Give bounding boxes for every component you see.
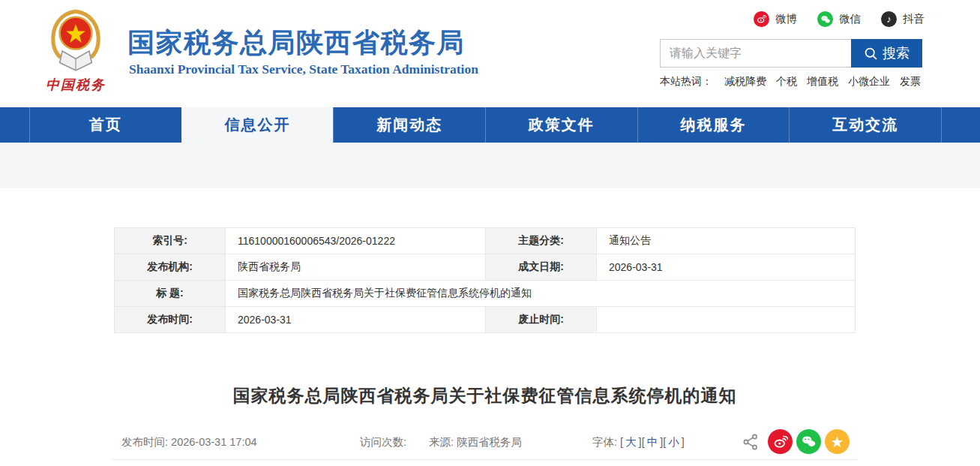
bracket: ] (682, 436, 685, 448)
content-divider (112, 459, 857, 460)
weibo-icon (773, 434, 788, 449)
meta-source-value: 陕西省税务局 (457, 436, 522, 448)
font-size-label: 字体: (592, 436, 617, 448)
weibo-icon (754, 11, 769, 27)
article-meta: 发布时间: 2026-03-31 17:04 访问次数: 来源: 陕西省税务局 … (28, 428, 942, 455)
doc-title-label: 标 题: (115, 281, 226, 307)
meta-publish-time: 发布时间: 2026-03-31 17:04 (121, 428, 257, 455)
search-icon (864, 47, 878, 61)
share-strip: ★ (742, 429, 850, 454)
meta-publish-value: 2026-03-31 17:04 (171, 436, 257, 448)
social-links: 微博 微信 ♪ 抖音 (754, 11, 925, 27)
written-date-value: 2026-03-31 (597, 254, 856, 281)
hotword-link[interactable]: 增值税 (807, 75, 838, 89)
font-size-large-button[interactable]: 大 (623, 436, 639, 448)
hotword-link[interactable]: 减税降费 (724, 75, 766, 89)
site-header: 中国税务 国家税务总局陕西省税务局 Shaanxi Provincial Tax… (0, 0, 980, 107)
hotword-link[interactable]: 小微企业 (848, 75, 890, 89)
douyin-icon: ♪ (881, 11, 897, 27)
publish-date-label: 发布时间: (115, 307, 226, 333)
search-input[interactable] (660, 39, 851, 68)
share-weibo-button[interactable] (768, 429, 793, 454)
hotword-link[interactable]: 个税 (776, 75, 797, 89)
table-row: 标 题: 国家税务总局陕西省税务局关于社保费征管信息系统停机的通知 (115, 281, 856, 307)
meta-visit-count: 访问次数: (360, 428, 406, 455)
hotword-link[interactable]: 发票 (900, 75, 921, 89)
doc-title-value: 国家税务总局陕西省税务局关于社保费征管信息系统停机的通知 (226, 281, 856, 307)
douyin-link[interactable]: ♪ 抖音 (881, 11, 925, 27)
site-title: 国家税务总局陕西省税务局 (127, 25, 465, 62)
document-info-table: 索引号: 11610000160006543/2026-01222 主题分类: … (114, 227, 856, 333)
font-size-small-button[interactable]: 小 (666, 436, 682, 448)
nav-tab-label: 纳税服务 (681, 115, 747, 135)
nav-tab-news[interactable]: 新闻动态 (333, 107, 485, 143)
repeal-date-value (597, 307, 856, 333)
share-icon[interactable] (742, 433, 760, 451)
index-number-label: 索引号: (115, 228, 226, 254)
nav-tab-home[interactable]: 首页 (29, 107, 181, 143)
font-size-control: 字体: [大][中][小] (592, 428, 685, 455)
search-button-label: 搜索 (883, 44, 910, 62)
nav-tab-interaction[interactable]: 互动交流 (789, 107, 941, 143)
nav-tab-label: 新闻动态 (376, 115, 442, 135)
hotwords-label: 本站热词： (660, 75, 712, 89)
font-size-medium-button[interactable]: 中 (645, 436, 661, 448)
nav-tab-label: 首页 (89, 115, 122, 135)
logo-caption: 中国税务 (37, 76, 114, 94)
written-date-label: 成文日期: (486, 254, 597, 281)
meta-source: 来源: 陕西省税务局 (429, 428, 522, 455)
content-card: 索引号: 11610000160006543/2026-01222 主题分类: … (28, 188, 942, 466)
nav-tab-policy[interactable]: 政策文件 (485, 107, 637, 143)
main-nav: 首页 信息公开 新闻动态 政策文件 纳税服务 互动交流 (0, 107, 980, 143)
weibo-label: 微博 (775, 12, 797, 26)
topic-category-label: 主题分类: (486, 228, 597, 254)
meta-visits-label: 访问次数: (360, 436, 406, 448)
table-row: 索引号: 11610000160006543/2026-01222 主题分类: … (115, 228, 856, 254)
tax-emblem-logo[interactable] (43, 8, 108, 78)
issuing-agency-value: 陕西省税务局 (226, 254, 486, 281)
nav-spacer (0, 107, 29, 143)
article-title: 国家税务总局陕西省税务局关于社保费征管信息系统停机的通知 (28, 384, 942, 407)
table-row: 发布时间: 2026-03-31 废止时间: (115, 307, 856, 333)
nav-tab-info-disclosure[interactable]: 信息公开 (181, 107, 334, 143)
qzone-star-icon: ★ (831, 433, 844, 451)
nav-tab-label: 信息公开 (225, 115, 291, 135)
nav-tab-label: 政策文件 (529, 115, 595, 135)
wechat-label: 微信 (839, 12, 861, 26)
meta-publish-label: 发布时间: (121, 436, 168, 448)
nav-spacer (941, 107, 980, 143)
table-row: 发布机构: 陕西省税务局 成文日期: 2026-03-31 (115, 254, 856, 281)
site-subtitle: Shaanxi Provincial Tax Service, State Ta… (129, 62, 478, 77)
meta-source-label: 来源: (429, 436, 454, 448)
wechat-link[interactable]: 微信 (817, 11, 861, 27)
search-bar: 搜索 (660, 39, 922, 68)
repeal-date-label: 废止时间: (486, 307, 597, 333)
topic-category-value: 通知公告 (597, 228, 856, 254)
publish-date-value: 2026-03-31 (226, 307, 486, 333)
nav-tab-tax-service[interactable]: 纳税服务 (637, 107, 790, 143)
nav-tab-label: 互动交流 (832, 115, 898, 135)
wechat-icon (817, 11, 833, 27)
issuing-agency-label: 发布机构: (115, 254, 226, 281)
index-number-value: 11610000160006543/2026-01222 (226, 228, 486, 254)
share-qzone-button[interactable]: ★ (825, 429, 850, 454)
douyin-label: 抖音 (903, 12, 925, 26)
breadcrumb-band: 首页 > 信息公开 > 政府信息公开 > 法定主动公开内容 > 通知公告 (0, 143, 980, 188)
wechat-icon (801, 434, 817, 449)
share-wechat-button[interactable] (796, 429, 821, 454)
hotwords-row: 本站热词： 减税降费 个税 增值税 小微企业 发票 (660, 75, 931, 89)
weibo-link[interactable]: 微博 (754, 11, 797, 27)
search-button[interactable]: 搜索 (851, 39, 922, 68)
